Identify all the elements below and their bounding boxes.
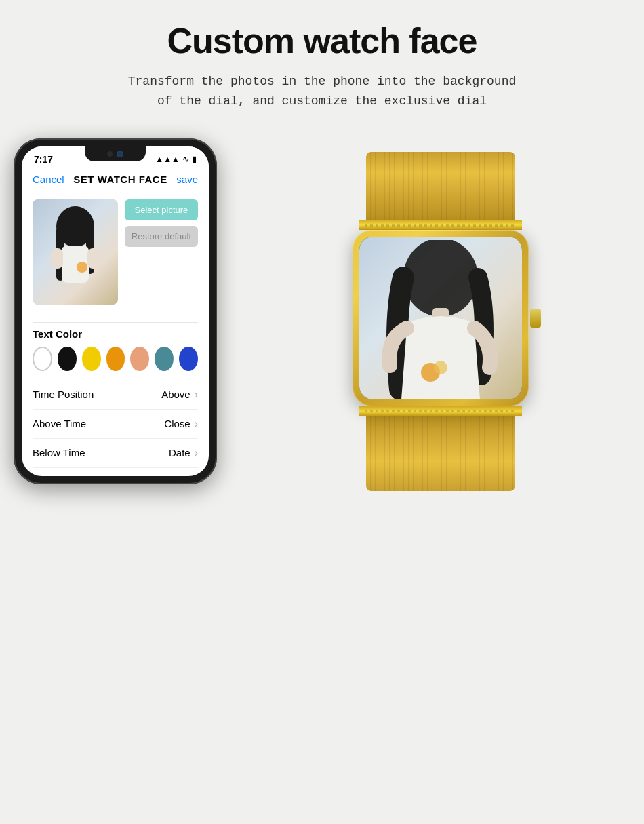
- wifi-icon: ∿: [182, 155, 189, 164]
- app-header: Cancel SET WATCH FACE save: [22, 170, 209, 191]
- chevron-icon-0: ›: [195, 389, 198, 401]
- time-position-value-row: Above ›: [161, 389, 198, 401]
- watch-face-image: [33, 199, 118, 305]
- below-time-value-row: Date ›: [169, 447, 198, 459]
- save-button[interactable]: save: [176, 174, 198, 185]
- status-icons: ▲▲▲ ∿ ▮: [155, 155, 197, 164]
- color-peach[interactable]: [130, 347, 149, 371]
- svg-rect-4: [51, 248, 63, 269]
- watch-case: [353, 230, 529, 406]
- chevron-icon-2: ›: [195, 447, 198, 459]
- color-white[interactable]: [33, 347, 52, 371]
- girl-silhouette-preview: [41, 206, 109, 305]
- phone-screen: 7:17 ▲▲▲ ∿ ▮ Cancel SET WATCH FAC: [22, 146, 209, 476]
- app-title: SET WATCH FACE: [73, 174, 167, 185]
- watch-crown: [530, 309, 541, 328]
- watch-face-preview: [33, 199, 118, 305]
- phone-notch: [85, 146, 146, 161]
- text-color-label: Text Color: [33, 328, 198, 340]
- girl-silhouette-watch: [373, 240, 508, 399]
- color-yellow[interactable]: [82, 347, 101, 371]
- cancel-button[interactable]: Cancel: [33, 174, 64, 185]
- battery-icon: ▮: [192, 155, 197, 164]
- color-teal[interactable]: [155, 347, 174, 371]
- band-detail-top: [365, 224, 517, 227]
- watch-band-bottom: [366, 416, 515, 491]
- band-connector-bottom: [359, 406, 522, 416]
- color-picker: [33, 347, 198, 371]
- below-time-value: Date: [169, 447, 190, 458]
- select-picture-button[interactable]: Select picture: [125, 199, 198, 220]
- notch-speaker: [107, 151, 113, 157]
- subtitle: Transform the photos in the phone into t…: [128, 72, 517, 111]
- color-orange[interactable]: [106, 347, 125, 371]
- above-time-value: Close: [164, 418, 190, 429]
- app-body: Select picture Restore default Text Colo…: [22, 191, 209, 476]
- band-connector-top: [359, 220, 522, 230]
- restore-default-button[interactable]: Restore default: [125, 226, 198, 247]
- page-title: Custom watch face: [167, 20, 477, 61]
- band-detail-bottom: [365, 410, 517, 412]
- phone-mockup: 7:17 ▲▲▲ ∿ ▮ Cancel SET WATCH FAC: [14, 138, 217, 484]
- action-buttons: Select picture Restore default: [125, 199, 198, 247]
- svg-rect-5: [87, 248, 100, 269]
- status-time: 7:17: [34, 154, 53, 165]
- above-time-value-row: Close ›: [164, 418, 198, 430]
- below-time-label: Below Time: [33, 447, 85, 458]
- setting-time-position[interactable]: Time Position Above ›: [33, 380, 198, 410]
- color-black[interactable]: [58, 347, 77, 371]
- setting-below-time[interactable]: Below Time Date ›: [33, 439, 198, 468]
- above-time-label: Above Time: [33, 418, 86, 429]
- svg-point-6: [77, 262, 87, 273]
- phone-body: 7:17 ▲▲▲ ∿ ▮ Cancel SET WATCH FAC: [14, 138, 217, 484]
- watch-outer: [325, 152, 556, 491]
- time-position-label: Time Position: [33, 389, 94, 400]
- svg-point-10: [434, 361, 447, 374]
- watch-display: [359, 237, 522, 399]
- divider-1: [33, 322, 198, 323]
- chevron-icon-1: ›: [195, 418, 198, 430]
- preview-row: Select picture Restore default: [33, 199, 198, 313]
- notch-camera: [117, 151, 123, 157]
- watch-screen: [359, 237, 522, 399]
- setting-above-time[interactable]: Above Time Close ›: [33, 410, 198, 439]
- color-blue[interactable]: [179, 347, 198, 371]
- content-row: 7:17 ▲▲▲ ∿ ▮ Cancel SET WATCH FAC: [14, 138, 630, 491]
- watch-band-top: [366, 152, 515, 220]
- watch-mockup: [251, 138, 630, 491]
- signal-icon: ▲▲▲: [155, 155, 180, 164]
- time-position-value: Above: [161, 389, 190, 400]
- svg-point-7: [403, 240, 478, 317]
